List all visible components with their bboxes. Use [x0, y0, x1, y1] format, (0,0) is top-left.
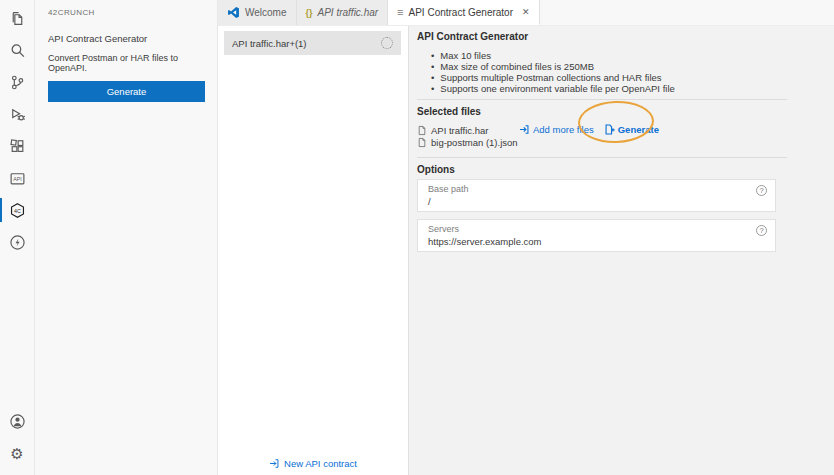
generate-link[interactable]: Generate: [604, 124, 659, 135]
add-more-files-link[interactable]: Add more files: [519, 124, 594, 135]
account-icon[interactable]: [0, 405, 34, 437]
openapi-editor-icon[interactable]: API: [0, 162, 34, 194]
section-divider: [417, 157, 787, 158]
activity-bar-top: API 4C: [0, 0, 34, 258]
selected-files-list: API traffic.har big-postman (1).json: [417, 124, 519, 148]
sidebar-title: 42CRUNCH: [48, 8, 204, 17]
tab-api-traffic-har[interactable]: {} API traffic.har: [297, 0, 389, 25]
file-name: API traffic.har: [431, 125, 488, 136]
editor-area: Welcome {} API traffic.har ≡ API Contrac…: [218, 0, 834, 475]
selected-files-row: API traffic.har big-postman (1).json: [417, 124, 787, 148]
tab-api-traffic-label: API traffic.har: [318, 7, 379, 18]
json-file-icon: {}: [306, 8, 313, 18]
tab-api-contract-generator[interactable]: ≡ API Contract Generator ✕: [388, 0, 539, 25]
contracts-panel: API traffic.har+(1) New API contract: [218, 26, 409, 475]
gear-glyph: ⚙: [10, 446, 23, 461]
settings-gear-icon[interactable]: ⚙: [0, 437, 34, 469]
new-file-icon: [269, 458, 280, 469]
tab-bar: Welcome {} API traffic.har ≡ API Contrac…: [218, 0, 834, 26]
sidebar-description: Convert Postman or HAR files to OpenAPI.: [48, 53, 204, 73]
tab-welcome-label: Welcome: [245, 7, 287, 18]
api-contract-generator-webview: API traffic.har+(1) New API contract API…: [218, 26, 834, 475]
activity-bar: API 4C ⚙: [0, 0, 35, 475]
run-debug-icon[interactable]: [0, 98, 34, 130]
section-divider: [417, 99, 787, 100]
svg-text:4C: 4C: [14, 207, 21, 213]
vscode-logo-icon: [227, 6, 240, 19]
file-icon: [417, 125, 427, 136]
base-path-field[interactable]: Base path / ?: [417, 179, 776, 212]
explorer-icon[interactable]: [0, 2, 34, 34]
bullet-item: Max size of combined files is 250MB: [431, 61, 787, 72]
options-heading: Options: [417, 164, 787, 175]
source-control-icon[interactable]: [0, 66, 34, 98]
bullet-item: Supports multiple Postman collections an…: [431, 72, 787, 83]
contract-list-item[interactable]: API traffic.har+(1): [224, 31, 401, 55]
constraints-list: Max 10 files Max size of combined files …: [431, 50, 787, 94]
list-icon: ≡: [397, 7, 403, 18]
add-more-files-label: Add more files: [533, 124, 594, 135]
42crunch-platform-icon[interactable]: [0, 226, 34, 258]
selected-files-actions: Add more files Generate: [519, 124, 659, 135]
bullet-item: Supports one environment variable file p…: [431, 83, 787, 94]
generate-button[interactable]: Generate: [48, 81, 205, 102]
activity-bar-bottom: ⚙: [0, 405, 34, 475]
42crunch-icon[interactable]: 4C: [0, 194, 34, 226]
loading-spinner-icon: [381, 37, 393, 49]
close-icon[interactable]: ✕: [522, 7, 530, 17]
tab-welcome[interactable]: Welcome: [218, 0, 297, 25]
new-api-contract-link[interactable]: New API contract: [218, 458, 408, 469]
search-icon[interactable]: [0, 34, 34, 66]
servers-field[interactable]: Servers https://server.example.com ?: [417, 219, 776, 252]
help-icon[interactable]: ?: [756, 185, 767, 196]
file-item: big-postman (1).json: [417, 136, 519, 148]
contract-item-label: API traffic.har+(1): [232, 38, 307, 49]
selected-files-heading: Selected files: [417, 106, 787, 117]
tab-api-contract-generator-label: API Contract Generator: [409, 7, 514, 18]
file-icon: [417, 137, 427, 148]
new-api-contract-label: New API contract: [284, 458, 357, 469]
file-item: API traffic.har: [417, 124, 519, 136]
base-path-value[interactable]: /: [428, 196, 765, 207]
sidebar: 42CRUNCH API Contract Generator Convert …: [35, 0, 218, 475]
servers-value[interactable]: https://server.example.com: [428, 236, 765, 247]
sidebar-section-heading: API Contract Generator: [48, 33, 204, 44]
bullet-item: Max 10 files: [431, 50, 787, 61]
detail-panel: API Contract Generator Max 10 files Max …: [409, 26, 834, 475]
add-files-icon: [519, 124, 530, 135]
generate-link-label: Generate: [618, 124, 659, 135]
base-path-label: Base path: [428, 184, 765, 194]
extensions-icon[interactable]: [0, 130, 34, 162]
generate-file-icon: [604, 124, 615, 135]
help-icon[interactable]: ?: [756, 225, 767, 236]
svg-text:API: API: [13, 176, 22, 182]
servers-label: Servers: [428, 224, 765, 234]
file-name: big-postman (1).json: [431, 137, 518, 148]
detail-title: API Contract Generator: [417, 29, 787, 42]
